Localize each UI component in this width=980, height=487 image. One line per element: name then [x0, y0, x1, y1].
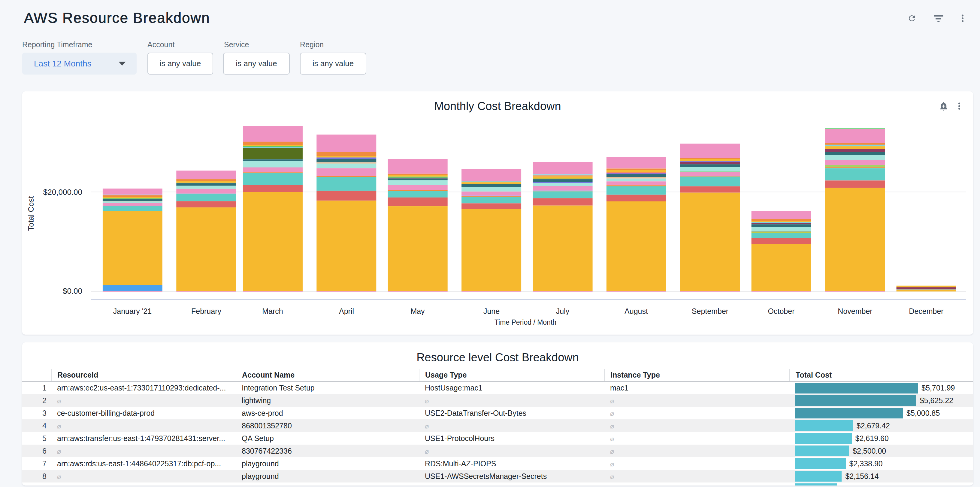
svg-text:$0.00: $0.00 — [63, 286, 82, 295]
svg-text:Total Cost: Total Cost — [26, 196, 35, 231]
svg-text:$20,000.00: $20,000.00 — [43, 188, 82, 196]
